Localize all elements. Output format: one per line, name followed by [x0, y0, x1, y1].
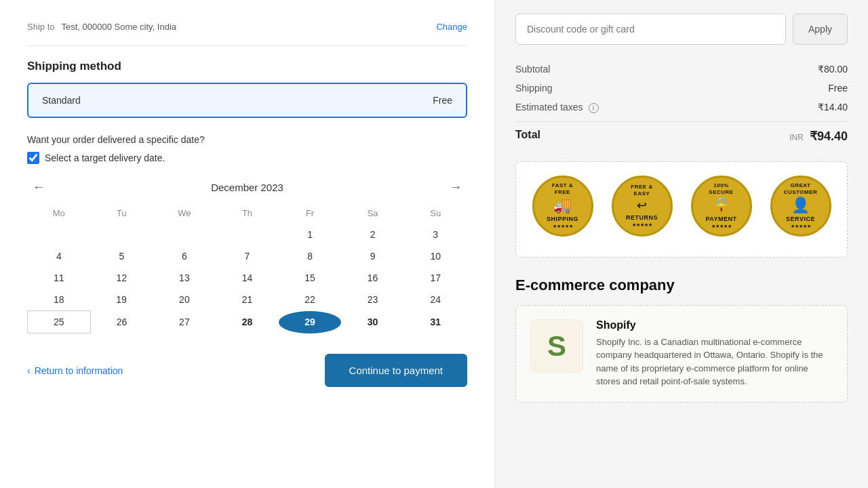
calendar-day-25[interactable]: 25 [28, 311, 91, 333]
taxes-row: Estimated taxes i ₹14.40 [515, 98, 848, 117]
ship-to-value: Test, 000000 Some city, India [61, 22, 436, 32]
cal-header-mo: Mo [28, 208, 91, 224]
calendar-day-1[interactable]: 1 [279, 224, 342, 245]
cal-header-su: Su [404, 208, 467, 224]
cal-header-sa: Sa [341, 208, 404, 224]
calendar-header: ← December 2023 → [27, 178, 467, 197]
shipping-option-price: Free [433, 95, 452, 106]
badge-service: GreatCustomer 👤 Service ★★★★★ [767, 176, 835, 243]
calendar-day-4[interactable]: 4 [28, 245, 91, 267]
delivery-checkbox[interactable] [27, 152, 39, 164]
taxes-value: ₹14.40 [818, 102, 848, 113]
calendar-grid: Mo Tu We Th Fr Sa Su 1234567891011121314… [27, 208, 467, 333]
change-link[interactable]: Change [436, 22, 467, 32]
cal-header-we: We [153, 208, 216, 224]
shipping-option[interactable]: Standard Free [27, 83, 467, 118]
apply-button[interactable]: Apply [793, 14, 848, 45]
calendar-day-14[interactable]: 14 [216, 267, 279, 289]
calendar-day-30[interactable]: 30 [341, 311, 404, 333]
trust-badges: Fast &Free 🚚 Shipping ★★★★★ Free &Easy ↩… [515, 161, 848, 258]
calendar-day-16[interactable]: 16 [341, 267, 404, 289]
calendar-prev-btn[interactable]: ← [27, 178, 50, 197]
shipping-label: Shipping [515, 83, 553, 94]
calendar-day-24[interactable]: 24 [404, 289, 467, 311]
calendar-day-23[interactable]: 23 [341, 289, 404, 311]
ship-to-row: Ship to Test, 000000 Some city, India Ch… [27, 14, 467, 46]
continue-button[interactable]: Continue to payment [325, 354, 467, 387]
calendar-day-20[interactable]: 20 [153, 289, 216, 311]
right-panel: Apply Subtotal ₹80.00 Shipping Free Esti… [495, 0, 868, 488]
total-value: INR ₹94.40 [789, 129, 848, 144]
shipping-option-name: Standard [42, 95, 81, 106]
subtotal-row: Subtotal ₹80.00 [515, 60, 848, 79]
calendar-day-5[interactable]: 5 [90, 245, 153, 267]
calendar-day-17[interactable]: 17 [404, 267, 467, 289]
badge-payment: 100%Secure 🔒 Payment ★★★★★ [688, 176, 755, 243]
discount-row: Apply [515, 14, 848, 45]
delivery-checkbox-row: Select a target delivery date. [27, 152, 467, 164]
ship-to-label: Ship to [27, 22, 54, 32]
calendar-day-22[interactable]: 22 [279, 289, 342, 311]
calendar-day-2[interactable]: 2 [341, 224, 404, 245]
total-currency: INR [789, 133, 804, 142]
shopify-logo-letter: S [547, 330, 566, 363]
calendar-day-31[interactable]: 31 [404, 311, 467, 333]
shopify-card: S Shopify Shopify Inc. is a Canadian mul… [515, 305, 848, 403]
total-label: Total [515, 129, 540, 144]
calendar-day-6[interactable]: 6 [153, 245, 216, 267]
badge-shipping: Fast &Free 🚚 Shipping ★★★★★ [529, 176, 597, 243]
calendar-day-15[interactable]: 15 [279, 267, 342, 289]
order-summary: Subtotal ₹80.00 Shipping Free Estimated … [515, 60, 848, 148]
subtotal-value: ₹80.00 [818, 64, 848, 75]
calendar-day-21[interactable]: 21 [216, 289, 279, 311]
cal-header-th: Th [216, 208, 279, 224]
discount-input[interactable] [515, 14, 786, 45]
calendar-day-26[interactable]: 26 [90, 311, 153, 333]
total-amount: ₹94.40 [810, 129, 848, 143]
shipping-section-title: Shipping method [27, 60, 467, 73]
calendar-day-3[interactable]: 3 [404, 224, 467, 245]
calendar-day-29[interactable]: 29 [279, 311, 342, 333]
action-row: ‹ Return to information Continue to paym… [27, 354, 467, 387]
left-panel: Ship to Test, 000000 Some city, India Ch… [0, 0, 495, 488]
shopify-name: Shopify [596, 319, 833, 331]
return-link[interactable]: ‹ Return to information [27, 365, 123, 376]
calendar-day-13[interactable]: 13 [153, 267, 216, 289]
calendar-next-btn[interactable]: → [444, 178, 467, 197]
calendar-day-27[interactable]: 27 [153, 311, 216, 333]
delivery-date-section: Want your order delivered a specific dat… [27, 134, 467, 164]
shopify-info: Shopify Shopify Inc. is a Canadian multi… [596, 319, 833, 388]
shipping-method-section: Shipping method Standard Free [27, 60, 467, 118]
calendar-day-9[interactable]: 9 [341, 245, 404, 267]
subtotal-label: Subtotal [515, 64, 550, 75]
taxes-label: Estimated taxes i [515, 102, 599, 113]
calendar-day-11[interactable]: 11 [28, 267, 91, 289]
calendar-day-10[interactable]: 10 [404, 245, 467, 267]
shopify-logo: S [530, 319, 584, 373]
return-link-label: Return to information [35, 365, 123, 376]
calendar-month-label: December 2023 [211, 182, 283, 193]
calendar-day-7[interactable]: 7 [216, 245, 279, 267]
badge-returns: Free &Easy ↩ Returns ★★★★★ [608, 176, 676, 243]
total-row: Total INR ₹94.40 [515, 121, 848, 148]
shipping-value: Free [828, 83, 848, 94]
calendar-day-12[interactable]: 12 [90, 267, 153, 289]
cal-header-tu: Tu [90, 208, 153, 224]
return-chevron-icon: ‹ [27, 365, 31, 376]
calendar-day-8[interactable]: 8 [279, 245, 342, 267]
ecommerce-title: E-commerce company [515, 277, 848, 294]
cal-header-fr: Fr [279, 208, 342, 224]
tax-info-icon: i [589, 103, 599, 113]
calendar: ← December 2023 → Mo Tu We Th Fr Sa Su 1… [27, 178, 467, 333]
shipping-row: Shipping Free [515, 79, 848, 98]
delivery-question: Want your order delivered a specific dat… [27, 134, 467, 145]
calendar-day-19[interactable]: 19 [90, 289, 153, 311]
calendar-day-18[interactable]: 18 [28, 289, 91, 311]
calendar-day-28[interactable]: 28 [216, 311, 279, 333]
shopify-description: Shopify Inc. is a Canadian multinational… [596, 336, 833, 388]
delivery-checkbox-label: Select a target delivery date. [45, 152, 165, 163]
